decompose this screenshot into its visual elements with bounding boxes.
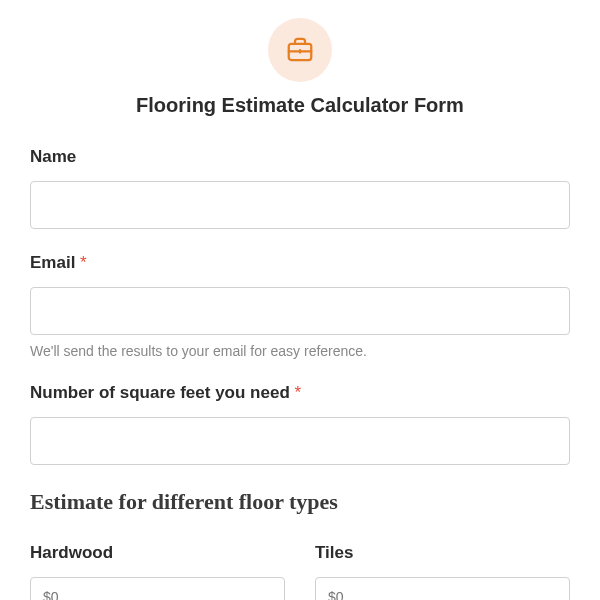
sqft-label: Number of square feet you need *: [30, 383, 570, 403]
email-required-marker: *: [80, 253, 87, 272]
name-input[interactable]: [30, 181, 570, 229]
tiles-field: Tiles: [315, 543, 570, 600]
header-icon-circle: [268, 18, 332, 82]
hardwood-field: Hardwood: [30, 543, 285, 600]
sqft-field: Number of square feet you need *: [30, 383, 570, 465]
hardwood-label: Hardwood: [30, 543, 285, 563]
hardwood-input[interactable]: [30, 577, 285, 600]
name-label: Name: [30, 147, 570, 167]
email-label: Email *: [30, 253, 570, 273]
sqft-label-text: Number of square feet you need: [30, 383, 290, 402]
email-input[interactable]: [30, 287, 570, 335]
sqft-input[interactable]: [30, 417, 570, 465]
tiles-label: Tiles: [315, 543, 570, 563]
email-label-text: Email: [30, 253, 75, 272]
email-help-text: We'll send the results to your email for…: [30, 343, 570, 359]
estimates-section-heading: Estimate for different floor types: [30, 489, 570, 515]
email-field: Email * We'll send the results to your e…: [30, 253, 570, 359]
sqft-required-marker: *: [295, 383, 302, 402]
name-field: Name: [30, 147, 570, 229]
estimates-row: Hardwood Tiles: [30, 543, 570, 600]
form-title: Flooring Estimate Calculator Form: [30, 94, 570, 117]
tiles-input[interactable]: [315, 577, 570, 600]
briefcase-icon: [285, 35, 315, 65]
